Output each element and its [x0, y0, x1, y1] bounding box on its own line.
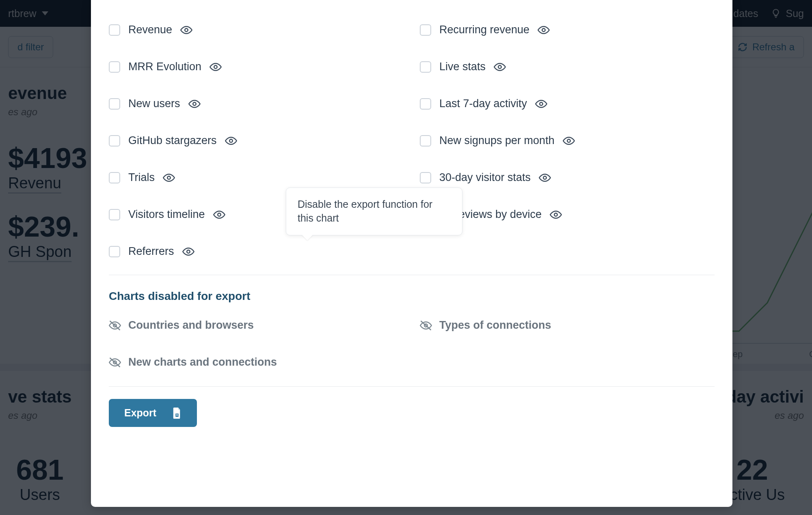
eye-icon[interactable]	[539, 172, 551, 184]
chart-export-item: Pageviews by device	[420, 208, 715, 221]
chart-checkbox[interactable]	[420, 135, 431, 147]
chart-export-item: Revenue	[109, 24, 404, 36]
chart-export-item: Referrers	[109, 245, 404, 258]
chart-export-item: New users	[109, 97, 404, 110]
eye-icon[interactable]	[213, 209, 225, 221]
disabled-chart-item: New charts and connections	[109, 356, 404, 368]
eye-icon[interactable]	[188, 98, 201, 110]
eye-icon[interactable]	[563, 135, 575, 147]
svg-point-6	[498, 65, 501, 69]
svg-point-10	[567, 139, 570, 142]
chart-checkbox[interactable]	[420, 61, 431, 73]
chart-label: Recurring revenue	[439, 24, 529, 36]
chart-checkbox[interactable]	[420, 172, 431, 183]
chart-export-item: New signups per month	[420, 134, 715, 147]
export-button-label: Export	[124, 407, 156, 419]
chart-label: Referrers	[128, 245, 174, 258]
eye-icon[interactable]	[494, 61, 506, 73]
chart-checkbox[interactable]	[109, 61, 120, 73]
disabled-chart-item: Types of connections	[420, 319, 715, 332]
divider	[109, 275, 715, 275]
export-button[interactable]: Export X	[109, 399, 197, 427]
disabled-chart-label: New charts and connections	[128, 356, 277, 368]
eye-off-icon[interactable]	[109, 356, 121, 368]
eye-icon[interactable]	[209, 61, 222, 73]
svg-point-3	[185, 28, 188, 32]
svg-point-11	[167, 176, 171, 179]
eye-icon[interactable]	[163, 172, 175, 184]
chart-label: 30-day visitor stats	[439, 171, 531, 184]
svg-point-14	[554, 213, 557, 216]
chart-checkbox[interactable]	[420, 24, 431, 36]
chart-label: New signups per month	[439, 134, 555, 147]
svg-point-8	[540, 102, 543, 106]
chart-export-item: GitHub stargazers	[109, 134, 404, 147]
eye-off-icon[interactable]	[109, 319, 121, 332]
svg-point-4	[542, 28, 545, 32]
chart-label: Revenue	[128, 24, 172, 36]
chart-checkbox[interactable]	[109, 98, 120, 110]
svg-point-5	[214, 65, 217, 69]
chart-label: Last 7-day activity	[439, 97, 527, 110]
eye-icon[interactable]	[225, 135, 237, 147]
svg-point-9	[229, 139, 233, 142]
eye-icon[interactable]	[182, 246, 194, 258]
chart-export-item: Trials	[109, 171, 404, 184]
chart-checkbox[interactable]	[109, 172, 120, 183]
chart-label: Visitors timeline	[128, 208, 205, 221]
disabled-section-title: Charts disabled for export	[109, 290, 715, 303]
eye-icon[interactable]	[538, 24, 550, 36]
disabled-chart-label: Types of connections	[439, 319, 551, 332]
export-modal: RevenueRecurring revenueMRR EvolutionLiv…	[91, 0, 732, 507]
disabled-chart-item: Countries and browsers	[109, 319, 404, 332]
chart-checkbox[interactable]	[109, 135, 120, 147]
file-export-icon: X	[173, 407, 181, 419]
eye-off-icon[interactable]	[420, 319, 432, 332]
svg-point-12	[543, 176, 546, 179]
tooltip: Disable the export function for this cha…	[286, 187, 462, 235]
chart-label: Live stats	[439, 60, 486, 73]
chart-label: GitHub stargazers	[128, 134, 217, 147]
chart-checkbox[interactable]	[109, 209, 120, 220]
svg-point-13	[218, 213, 221, 216]
disabled-chart-list: Countries and browsersTypes of connectio…	[109, 319, 715, 368]
eye-icon[interactable]	[535, 98, 547, 110]
svg-text:X: X	[176, 413, 178, 417]
svg-point-15	[187, 250, 190, 253]
chart-export-item: 30-day visitor stats	[420, 171, 715, 184]
eye-icon[interactable]	[180, 24, 192, 36]
disabled-chart-label: Countries and browsers	[128, 319, 254, 332]
chart-label: Trials	[128, 171, 155, 184]
svg-point-7	[193, 102, 196, 106]
chart-label: MRR Evolution	[128, 60, 201, 73]
chart-export-item: MRR Evolution	[109, 60, 404, 73]
chart-checkbox[interactable]	[109, 246, 120, 257]
chart-label: New users	[128, 97, 180, 110]
chart-export-item: Last 7-day activity	[420, 97, 715, 110]
chart-checkbox[interactable]	[109, 24, 120, 36]
chart-checkbox[interactable]	[420, 98, 431, 110]
eye-icon[interactable]	[550, 209, 562, 221]
tooltip-text: Disable the export function for this cha…	[298, 198, 432, 224]
chart-export-item: Recurring revenue	[420, 24, 715, 36]
divider-2	[109, 386, 715, 387]
chart-export-item: Live stats	[420, 60, 715, 73]
